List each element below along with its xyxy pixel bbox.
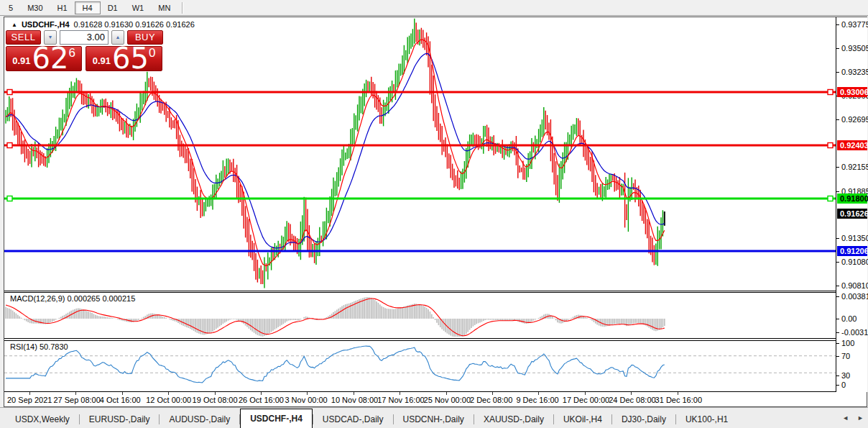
chart-ohlc-values: 0.91628 0.91630 0.91626 0.91626 (74, 20, 195, 29)
axis-price-label: 0.93235 (841, 68, 868, 76)
chart-symbol-label: USDCHF-,H4 (22, 20, 70, 29)
toolbar-separator (182, 2, 183, 14)
current-price-badge: 0.91626 (837, 209, 867, 219)
level-price-badge: 0.91800 (837, 193, 867, 204)
buy-price-prefix: 0.91 (93, 55, 111, 66)
timeframe-toolbar: 5M30H1H4D1W1MN (0, 0, 868, 16)
date-tick (168, 392, 169, 395)
buy-price-big-digits: 65 (112, 47, 149, 69)
slow-ma-line (6, 53, 665, 248)
panel-divider (4, 291, 836, 291)
date-label: 25 Nov 00:00 (424, 396, 471, 404)
axis-price-label: 0.93775 (841, 20, 868, 29)
date-label: 20 Sep 2021 (7, 396, 52, 404)
sell-price-prefix: 0.91 (12, 55, 30, 66)
buy-price-pipette: 0 (149, 47, 155, 59)
tab-usdcnh-daily[interactable]: USDCNH-,Daily (394, 411, 474, 428)
axis-tick (836, 343, 839, 344)
axis-price-label: 0.91350 (841, 234, 868, 242)
date-label: 4 Oct 16:00 (100, 396, 141, 404)
rsi-label: RSI(14) 50.7830 (10, 342, 68, 351)
symbol-tab-strip: USDX,WeeklyEURUSD-,DailyAUDUSD-,DailyUSD… (0, 407, 868, 428)
level-line-handle[interactable] (7, 143, 12, 148)
price-axis[interactable]: 0.937750.935050.932350.929650.926950.921… (836, 17, 867, 392)
axis-tick (836, 238, 839, 239)
date-tick (631, 392, 632, 395)
timeframe-buttons: 5M30H1H4D1W1MN (1, 1, 177, 14)
timeframe-button-h4[interactable]: H4 (75, 1, 101, 14)
timeframe-button-5[interactable]: 5 (1, 1, 20, 14)
axis-tick (836, 375, 839, 376)
chart-title: ▲ USDCHF-,H4 0.91628 0.91630 0.91626 0.9… (9, 19, 197, 29)
triangle-down-icon: ▼ (48, 35, 53, 40)
rsi-scale-label: 70 (841, 352, 850, 360)
date-label: 26 Oct 16:00 (239, 396, 284, 404)
level-price-badge: 0.91206 (837, 246, 867, 256)
timeframe-button-mn[interactable]: MN (151, 1, 177, 14)
date-tick (215, 392, 216, 395)
date-label: 31 Dec 16:00 (655, 396, 702, 404)
axis-tick (836, 332, 839, 333)
buy-price-button[interactable]: 0.91 65 0 (86, 46, 162, 71)
axis-price-label: 0.91080 (841, 258, 868, 266)
triangle-up-icon: ▲ (116, 35, 121, 40)
date-tick (446, 392, 447, 395)
axis-price-label: 0.90810 (841, 281, 868, 290)
fast-ma-line (6, 40, 665, 266)
rsi-line (6, 346, 665, 383)
macd-panel[interactable]: MACD(12,26,9) 0.000265 0.000215 (4, 292, 836, 339)
date-label: 9 Dec 16:00 (516, 396, 558, 404)
date-tick (307, 392, 308, 395)
axis-tick (836, 119, 839, 120)
sell-price-button[interactable]: 0.91 62 6 (6, 46, 82, 71)
rsi-plot (4, 341, 836, 391)
tab-usdx-weekly[interactable]: USDX,Weekly (6, 411, 79, 428)
tab-scroll-right-icon[interactable]: ► (857, 414, 864, 422)
collapse-arrow-icon[interactable]: ▲ (11, 22, 17, 28)
tab-audusd-daily[interactable]: AUDUSD-,Daily (160, 411, 239, 428)
tab-xauusd-daily[interactable]: XAUUSD-,Daily (474, 411, 553, 428)
rsi-scale-label: 100 (841, 339, 854, 347)
tab-uk100-h1[interactable]: UK100-,H1 (676, 411, 737, 428)
axis-tick (836, 167, 839, 168)
level-price-badge: 0.93006 (837, 87, 867, 97)
axis-tick (836, 48, 839, 49)
tab-scroll-left-icon[interactable]: ◄ (842, 414, 849, 422)
axis-price-label: 0.92695 (841, 115, 868, 124)
axis-price-label: 0.92155 (841, 163, 868, 171)
axis-price-label: 0.93505 (841, 44, 868, 53)
tab-usdchf-h4[interactable]: USDCHF-,H4 (240, 409, 313, 428)
date-label: 10 Nov 08:00 (331, 396, 378, 404)
level-line-handle[interactable] (7, 90, 12, 95)
level-line-handle[interactable] (828, 90, 833, 95)
tab-usdcad-daily[interactable]: USDCAD-,Daily (313, 411, 393, 428)
date-tick (261, 392, 262, 395)
application-window: 5M30H1H4D1W1MN ▲ USDCHF-,H4 0.91628 0.91… (0, 0, 868, 428)
timeframe-button-m30[interactable]: M30 (20, 1, 50, 14)
date-axis[interactable]: 20 Sep 202127 Sep 08:004 Oct 16:0012 Oct… (4, 392, 867, 406)
level-line-handle[interactable] (828, 196, 833, 201)
axis-tick (836, 286, 839, 286)
date-tick (354, 392, 354, 395)
sell-price-big-digits: 62 (32, 47, 68, 69)
date-tick (538, 392, 539, 395)
macd-scale-label: 0.00 (841, 314, 857, 323)
axis-tick (836, 24, 839, 25)
tab-dj30-daily[interactable]: DJ30-,Daily (612, 411, 675, 428)
axis-tick (836, 191, 839, 192)
date-label: 12 Oct 00:00 (146, 396, 191, 404)
level-line-handle[interactable] (828, 143, 833, 148)
tab-eurusd-daily[interactable]: EURUSD-,Daily (80, 411, 160, 428)
chart-window[interactable]: ▲ USDCHF-,H4 0.91628 0.91630 0.91626 0.9… (4, 17, 867, 407)
rsi-panel[interactable]: RSI(14) 50.7830 (4, 340, 836, 392)
timeframe-button-w1[interactable]: W1 (125, 1, 152, 14)
tab-ukoil-h4[interactable]: UKOil-,H4 (554, 411, 611, 428)
date-label: 3 Nov 00:00 (285, 396, 327, 404)
timeframe-button-h1[interactable]: H1 (50, 1, 75, 14)
tab-scroll-arrows: ◄ ► (842, 414, 864, 422)
date-tick (400, 392, 400, 395)
timeframe-button-d1[interactable]: D1 (101, 1, 125, 14)
date-label: 2 Dec 08:00 (470, 396, 512, 404)
level-line-handle[interactable] (7, 196, 12, 201)
date-label: 17 Nov 16:00 (377, 396, 424, 404)
